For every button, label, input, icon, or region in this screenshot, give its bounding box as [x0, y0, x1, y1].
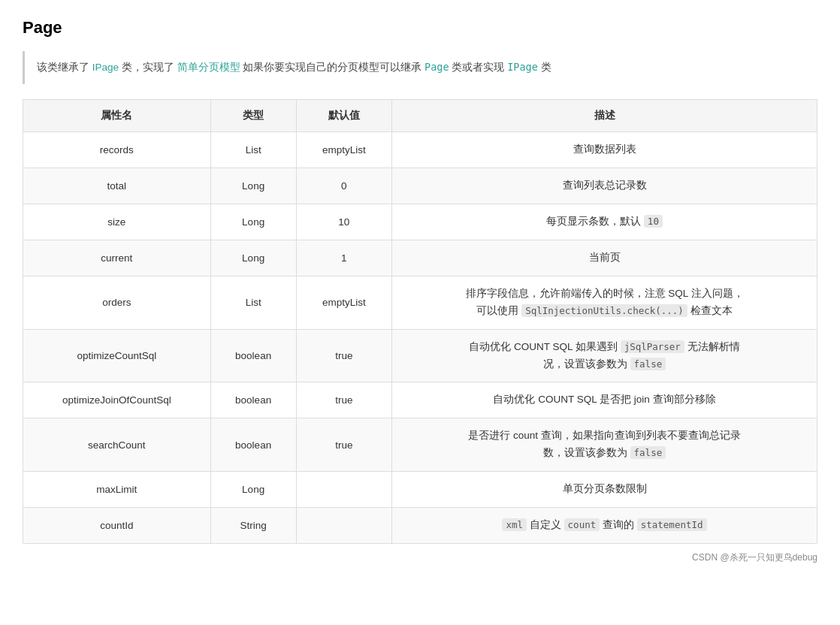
col-header-name: 属性名: [23, 99, 211, 131]
code-snippet: jSqlParser: [621, 340, 684, 353]
cell-name: countId: [23, 508, 211, 544]
cell-desc: 查询数据列表: [392, 131, 817, 168]
col-header-desc: 描述: [392, 99, 817, 131]
table-row: countIdStringxml 自定义 count 查询的 statement…: [23, 508, 817, 544]
intro-code1: Page: [425, 61, 449, 73]
cell-default: emptyList: [296, 276, 391, 329]
code-snippet: count: [564, 518, 600, 531]
intro-text4: 类或者实现: [452, 62, 504, 73]
properties-table: 属性名 类型 默认值 描述 recordsListemptyList查询数据列表…: [23, 99, 817, 544]
intro-text5: 类: [541, 62, 551, 73]
code-snippet: false: [630, 358, 666, 370]
table-row: recordsListemptyList查询数据列表: [23, 131, 817, 168]
cell-default: [296, 508, 391, 544]
cell-default: 10: [296, 204, 391, 240]
code-snippet: SqlInjectionUtils.check(...): [521, 304, 687, 317]
table-row: sizeLong10每页显示条数，默认 10: [23, 204, 817, 240]
cell-desc: 查询列表总记录数: [392, 168, 817, 204]
cell-desc: 排序字段信息，允许前端传入的时候，注意 SQL 注入问题，可以使用 SqlInj…: [392, 276, 817, 329]
page-footer: CSDN @杀死一只知更鸟debug: [23, 551, 817, 564]
cell-name: optimizeJoinOfCountSql: [23, 382, 211, 418]
cell-type: String: [210, 508, 296, 544]
cell-name: optimizeCountSql: [23, 329, 211, 382]
cell-desc: 自动优化 COUNT SQL 如果遇到 jSqlParser 无法解析情况，设置…: [392, 329, 817, 382]
table-row: optimizeJoinOfCountSqlbooleantrue自动优化 CO…: [23, 382, 817, 418]
cell-type: Long: [210, 168, 296, 204]
cell-name: size: [23, 204, 211, 240]
intro-link1[interactable]: IPage: [92, 62, 119, 73]
cell-default: true: [296, 418, 391, 472]
cell-name: searchCount: [23, 418, 211, 472]
cell-desc: 当前页: [392, 240, 817, 276]
table-row: totalLong0查询列表总记录数: [23, 168, 817, 204]
table-row: optimizeCountSqlbooleantrue自动优化 COUNT SQ…: [23, 329, 817, 382]
cell-desc: 每页显示条数，默认 10: [392, 204, 817, 240]
code-snippet: xml: [502, 518, 527, 531]
cell-name: total: [23, 168, 211, 204]
cell-type: Long: [210, 204, 296, 240]
cell-desc: 是否进行 count 查询，如果指向查询到列表不要查询总记录数，设置该参数为 f…: [392, 418, 817, 472]
cell-desc: 自动优化 COUNT SQL 是否把 join 查询部分移除: [392, 382, 817, 418]
cell-type: boolean: [210, 418, 296, 472]
table-row: currentLong1当前页: [23, 240, 817, 276]
cell-type: boolean: [210, 382, 296, 418]
cell-type: List: [210, 276, 296, 329]
code-snippet: false: [630, 446, 666, 459]
cell-type: Long: [210, 472, 296, 508]
intro-text2: 类，实现了: [122, 62, 174, 73]
code-snippet: statementId: [637, 518, 707, 531]
table-row: searchCountbooleantrue是否进行 count 查询，如果指向…: [23, 418, 817, 472]
table-row: ordersListemptyList排序字段信息，允许前端传入的时候，注意 S…: [23, 276, 817, 329]
cell-type: boolean: [210, 329, 296, 382]
intro-link2[interactable]: 简单分页模型: [177, 62, 240, 73]
cell-type: Long: [210, 240, 296, 276]
col-header-default: 默认值: [296, 99, 391, 131]
cell-type: List: [210, 131, 296, 168]
cell-default: emptyList: [296, 131, 391, 168]
cell-default: true: [296, 382, 391, 418]
intro-text1: 该类继承了: [37, 62, 89, 73]
cell-name: current: [23, 240, 211, 276]
code-snippet: 10: [644, 215, 663, 228]
table-row: maxLimitLong单页分页条数限制: [23, 472, 817, 508]
cell-default: 0: [296, 168, 391, 204]
cell-default: true: [296, 329, 391, 382]
cell-desc: 单页分页条数限制: [392, 472, 817, 508]
cell-default: 1: [296, 240, 391, 276]
cell-name: records: [23, 131, 211, 168]
cell-name: maxLimit: [23, 472, 211, 508]
intro-section: 该类继承了 IPage 类，实现了 简单分页模型 如果你要实现自己的分页模型可以…: [23, 51, 817, 84]
intro-code2: IPage: [507, 61, 538, 73]
cell-name: orders: [23, 276, 211, 329]
cell-default: [296, 472, 391, 508]
page-title: Page: [23, 18, 817, 38]
cell-desc: xml 自定义 count 查询的 statementId: [392, 508, 817, 544]
col-header-type: 类型: [210, 99, 296, 131]
intro-text3: 如果你要实现自己的分页模型可以继承: [243, 62, 422, 73]
table-header-row: 属性名 类型 默认值 描述: [23, 99, 817, 131]
